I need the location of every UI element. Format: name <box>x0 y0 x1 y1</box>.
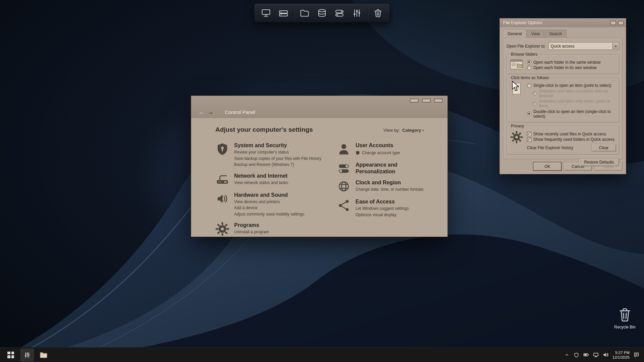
dock-trash-icon[interactable] <box>371 6 385 20</box>
category-link[interactable]: View devices and printers <box>234 199 304 205</box>
hidden-icons-chevron[interactable] <box>564 352 570 358</box>
checkbox-show-recent-files[interactable]: ✓ Show recently used files in Quick acce… <box>527 132 616 136</box>
clear-history-label: Clear File Explorer history <box>527 145 591 150</box>
desktop[interactable]: Recycle Bin ← → Control Panel Adjust you… <box>0 0 644 362</box>
category-link[interactable]: View network status and tasks <box>234 180 288 186</box>
category-title[interactable]: System and Security <box>234 142 321 149</box>
open-to-dropdown[interactable]: Quick access ▾ <box>548 42 619 50</box>
category-link[interactable]: Change date, time, or number formats <box>356 187 424 192</box>
category-programs: Programs Uninstall a program <box>215 222 325 236</box>
category-link[interactable]: Uninstall a program <box>234 229 269 235</box>
dock-folder-icon[interactable] <box>298 6 312 20</box>
forward-button[interactable]: → <box>206 109 215 115</box>
control-panel-titlebar[interactable]: ← → Control Panel <box>191 96 447 118</box>
checkbox-show-frequent-folders[interactable]: ✓ Show frequently used folders in Quick … <box>527 137 616 142</box>
radio-underline-browser: Underline icon titles consistent with my… <box>533 89 616 98</box>
back-button[interactable]: ← <box>197 109 206 115</box>
taskbar: 5:27 PM 12/1/2025 <box>0 347 644 362</box>
category-appearance-personalization: Appearance and Personalization <box>337 161 424 175</box>
category-link[interactable]: Change account type <box>362 150 400 156</box>
recycle-bin-icon <box>618 306 632 322</box>
category-link[interactable]: Review your computer's status <box>234 149 321 155</box>
group-label: Privacy <box>509 124 525 128</box>
recycle-bin-label: Recycle Bin <box>611 325 639 329</box>
category-link[interactable]: Backup and Restore (Windows 7) <box>234 162 321 168</box>
radio-underline-point: Underline icon titles only when I point … <box>533 99 616 108</box>
network-icon <box>215 173 229 187</box>
chevron-down-icon: ▾ <box>422 129 424 132</box>
start-icon <box>7 352 14 358</box>
category-link[interactable]: Adjust commonly used mobility settings <box>234 212 304 217</box>
category-title[interactable]: Network and Internet <box>234 173 288 179</box>
clear-button[interactable]: Clear <box>591 144 616 152</box>
category-title[interactable]: Ease of Access <box>356 198 409 205</box>
file-explorer-options-dialog: File Explorer Options General View Searc… <box>499 18 626 174</box>
view-by-dropdown[interactable]: Category ▾ <box>402 128 424 133</box>
privacy-gear-icon <box>509 131 524 152</box>
battery-icon[interactable] <box>583 352 589 358</box>
tab-general[interactable]: General <box>503 29 526 38</box>
radio-icon <box>533 91 537 96</box>
volume-icon[interactable] <box>603 352 609 358</box>
category-link[interactable]: Let Windows suggest settings <box>356 206 409 212</box>
page-title: Adjust your computer's settings <box>215 126 313 133</box>
category-hardware-and-sound: Hardware and Sound View devices and prin… <box>215 192 325 217</box>
dock-sliders-icon[interactable] <box>350 6 364 20</box>
radio-icon <box>527 60 531 64</box>
dock <box>254 3 390 23</box>
maximize-button[interactable] <box>422 99 431 103</box>
security-shield-icon[interactable] <box>574 352 580 358</box>
category-title[interactable]: User Accounts <box>356 142 400 149</box>
accessibility-icon <box>337 198 351 213</box>
dialog-help-button[interactable] <box>610 21 616 25</box>
category-link[interactable]: Save backup copies of your files with Fi… <box>234 156 321 162</box>
taskbar-clock[interactable]: 5:27 PM 12/1/2025 <box>612 350 630 360</box>
action-center-icon[interactable] <box>633 352 639 358</box>
dock-divider <box>294 6 294 20</box>
tab-search[interactable]: Search <box>545 30 567 38</box>
click-items-group: Click items as follows Single-click to o… <box>506 78 619 123</box>
category-title[interactable]: Programs <box>234 222 269 229</box>
globe-icon <box>337 179 351 193</box>
dialog-titlebar[interactable]: File Explorer Options <box>500 18 626 27</box>
radio-single-click[interactable]: Single-click to open an item (point to s… <box>527 83 616 88</box>
category-ease-of-access: Ease of Access Let Windows suggest setti… <box>337 198 424 218</box>
tab-view[interactable]: View <box>527 30 544 38</box>
toggles-icon <box>337 161 351 175</box>
dock-storage-icon[interactable] <box>332 6 346 20</box>
network-icon[interactable] <box>593 352 599 358</box>
taskbar-app-volume-mixer[interactable] <box>20 349 34 361</box>
tab-page-general: Open File Explorer to: Quick access ▾ Br… <box>503 38 623 159</box>
shield-icon <box>215 142 229 156</box>
folder-icon <box>40 351 48 359</box>
category-link[interactable]: Add a device <box>234 205 304 211</box>
chevron-down-icon[interactable]: ▾ <box>612 43 619 49</box>
category-link[interactable]: Optimize visual display <box>356 212 409 218</box>
checkbox-icon: ✓ <box>527 137 531 142</box>
privacy-group: Privacy <box>506 126 619 155</box>
category-title[interactable]: Hardware and Sound <box>234 192 304 198</box>
radio-open-same-window[interactable]: Open each folder in the same window <box>527 60 616 65</box>
restore-defaults-button[interactable]: Restore Defaults <box>579 158 619 166</box>
checkbox-icon: ✓ <box>527 132 531 136</box>
taskbar-app-file-explorer[interactable] <box>37 349 50 361</box>
close-button[interactable] <box>434 99 443 103</box>
radio-open-own-window[interactable]: Open each folder in its own window <box>527 65 616 70</box>
category-title[interactable]: Appearance and Personalization <box>356 162 424 175</box>
dialog-close-button[interactable] <box>618 21 624 25</box>
folder-window-icon <box>509 59 524 71</box>
clock-time: 5:27 PM <box>612 350 630 355</box>
radio-icon <box>527 83 531 88</box>
browse-folders-group: Browse folders Open each folder in the s… <box>506 54 619 74</box>
category-network-and-internet: Network and Internet View network status… <box>215 173 325 187</box>
radio-double-click[interactable]: Double-click to open an item (single-cli… <box>527 109 616 119</box>
dock-disk-stack-icon[interactable] <box>315 6 329 20</box>
check-icon: ✓ <box>527 137 531 141</box>
minimize-button[interactable] <box>410 99 419 103</box>
recycle-bin[interactable]: Recycle Bin <box>611 306 639 329</box>
dock-computer-icon[interactable] <box>259 6 273 20</box>
category-title[interactable]: Clock and Region <box>356 179 424 186</box>
group-label: Browse folders <box>509 52 539 57</box>
start-button[interactable] <box>4 349 17 361</box>
dock-drive-dock-icon[interactable] <box>276 6 290 20</box>
